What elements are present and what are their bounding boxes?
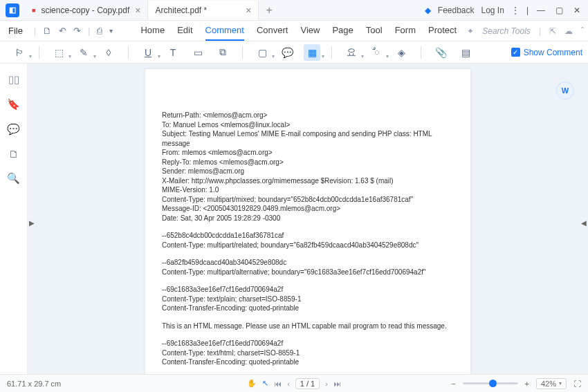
pdf-file-icon: ■ bbox=[32, 7, 35, 14]
comments-panel-icon[interactable]: 💬 bbox=[7, 123, 20, 136]
minimize-button[interactable]: — bbox=[535, 6, 546, 15]
thumbnails-icon[interactable]: ▯▯ bbox=[8, 73, 19, 86]
chevron-up-icon[interactable]: ˆ bbox=[581, 26, 584, 36]
comment-bubble-tool[interactable]: 💬 bbox=[279, 44, 295, 61]
app-logo-icon: ◧ bbox=[6, 3, 19, 17]
show-comment-label: Show Comment bbox=[524, 48, 582, 57]
fit-page-icon[interactable]: ⛶ bbox=[573, 380, 581, 388]
measure-tool[interactable]: ◈ bbox=[393, 44, 410, 61]
collapse-left-icon[interactable]: ▶ bbox=[29, 219, 35, 227]
search-panel-icon[interactable]: 🔍 bbox=[7, 172, 20, 185]
tab-edit[interactable]: Edit bbox=[177, 21, 192, 41]
file-menu[interactable]: File bbox=[4, 26, 27, 36]
page-area[interactable]: ▶ ◀ W Return-Path: <mlemos@acm.org> To: … bbox=[28, 64, 588, 374]
attachment-tool[interactable]: 📎 bbox=[432, 44, 449, 61]
title-bar-right: ◆ Feedback Log In ⋮ | — ▢ ✕ bbox=[425, 6, 588, 15]
collapse-right-icon[interactable]: ◀ bbox=[581, 219, 587, 227]
feedback-link[interactable]: Feedback bbox=[438, 6, 475, 15]
cloud-icon[interactable]: ☁ bbox=[564, 26, 573, 36]
callout-tool[interactable]: ⧉ bbox=[214, 44, 231, 61]
window-controls: — ▢ ✕ bbox=[535, 6, 582, 15]
undo-icon[interactable]: ↶ bbox=[59, 26, 66, 36]
search-tools-input[interactable]: Search Tools bbox=[482, 26, 531, 36]
more-icon[interactable]: ⋮ bbox=[511, 6, 520, 15]
signature-tool[interactable]: ి▾ bbox=[368, 44, 385, 61]
divider: | bbox=[34, 26, 36, 36]
eraser-tool[interactable]: ◊ bbox=[100, 44, 117, 61]
tab-label: Architect.pdf * bbox=[155, 6, 207, 15]
tab-home[interactable]: Home bbox=[140, 21, 165, 41]
left-sidebar: ▯▯ 🔖 💬 🗋 🔍 bbox=[0, 64, 28, 374]
tab-view[interactable]: View bbox=[300, 21, 320, 41]
feedback-icon: ◆ bbox=[425, 6, 431, 15]
export-word-icon[interactable]: W bbox=[556, 82, 574, 100]
comment-toolbar: 🏳▾ ⬚▾ ✎▾ ◊ U▾ T ▭ ⧉ ▢▾ 💬 ▦▾ 요▾ ి▾ ◈ 📎 ▤ … bbox=[0, 41, 588, 64]
zoom-level-select[interactable]: 42% ▾ bbox=[536, 378, 567, 389]
message-text: This is an HTML message. Please use an H… bbox=[162, 321, 454, 331]
show-comment-toggle[interactable]: ✓ Show Comment bbox=[511, 48, 582, 57]
first-page-icon[interactable]: ⏮ bbox=[274, 380, 282, 388]
zoom-slider[interactable] bbox=[463, 382, 518, 384]
shape-tool[interactable]: ▢▾ bbox=[254, 44, 270, 61]
share-icon[interactable]: ⇱ bbox=[549, 26, 556, 36]
attachments-panel-icon[interactable]: 🗋 bbox=[8, 148, 19, 160]
page-sep: / bbox=[306, 380, 309, 388]
zoom-in-button[interactable]: + bbox=[525, 380, 529, 388]
pencil-tool[interactable]: ✎▾ bbox=[75, 44, 92, 61]
bookmarks-icon[interactable]: 🔖 bbox=[7, 98, 20, 111]
tab-tool[interactable]: Tool bbox=[366, 21, 383, 41]
page-total: 1 bbox=[311, 380, 315, 388]
email-headers: Return-Path: <mlemos@acm.org> To: Manuel… bbox=[162, 111, 454, 223]
divider: | bbox=[539, 26, 541, 36]
divider: | bbox=[526, 6, 529, 15]
login-link[interactable]: Log In bbox=[481, 6, 504, 15]
print-icon[interactable]: ⎙ bbox=[97, 26, 102, 36]
document-tab-2[interactable]: Architect.pdf * × bbox=[148, 1, 259, 20]
maximize-button[interactable]: ▢ bbox=[553, 6, 564, 15]
new-tab-button[interactable]: + bbox=[259, 4, 279, 17]
underline-tool[interactable]: U▾ bbox=[140, 44, 156, 61]
tab-page[interactable]: Page bbox=[332, 21, 353, 41]
page-navigation: ✋ ↖ ⏮ ‹ 1 / 1 › ⏭ bbox=[247, 378, 341, 389]
save-icon[interactable]: 🗋 bbox=[43, 26, 52, 36]
close-tab-icon[interactable]: × bbox=[246, 5, 251, 16]
area-highlight-tool[interactable]: ▦▾ bbox=[304, 44, 320, 61]
tab-protect[interactable]: Protect bbox=[428, 21, 457, 41]
menu-bar: File | 🗋 ↶ ↷ | ⎙ ▾ Home Edit Comment Con… bbox=[0, 21, 588, 41]
mime-part-2: --6a82fb459dcaacd40ab3404529e808dc Conte… bbox=[162, 258, 454, 277]
page-current: 1 bbox=[300, 380, 304, 388]
tab-convert[interactable]: Convert bbox=[257, 21, 288, 41]
zoom-value: 42% bbox=[541, 380, 556, 388]
tab-comment[interactable]: Comment bbox=[205, 21, 244, 41]
note-tool[interactable]: 🏳▾ bbox=[11, 44, 28, 61]
prev-page-icon[interactable]: ‹ bbox=[287, 380, 290, 388]
quick-actions: 🗋 ↶ ↷ | ⎙ ▾ bbox=[43, 26, 113, 36]
text-tool[interactable]: T bbox=[165, 44, 181, 61]
hand-tool-icon[interactable]: ✋ bbox=[247, 379, 257, 388]
link-tool[interactable]: ▤ bbox=[457, 44, 474, 61]
document-tab-1[interactable]: ■ science-copy - Copy.pdf × bbox=[25, 1, 148, 20]
status-bar: 61.71 x 29.7 cm ✋ ↖ ⏮ ‹ 1 / 1 › ⏭ − + 42… bbox=[0, 374, 588, 392]
zoom-out-button[interactable]: − bbox=[451, 380, 455, 388]
next-page-icon[interactable]: › bbox=[325, 380, 328, 388]
divider bbox=[39, 46, 39, 59]
select-tool-icon[interactable]: ↖ bbox=[262, 379, 268, 388]
page-dimensions: 61.71 x 29.7 cm bbox=[7, 380, 61, 388]
close-tab-icon[interactable]: × bbox=[135, 5, 140, 16]
divider: | bbox=[88, 26, 90, 36]
textbox-tool[interactable]: ▭ bbox=[190, 44, 206, 61]
tab-form[interactable]: Form bbox=[395, 21, 416, 41]
dropdown-icon[interactable]: ▾ bbox=[109, 27, 113, 35]
mime-part-1: --652b8c4dcb00cdcdda1e16af36781caf Conte… bbox=[162, 231, 454, 250]
title-bar: ◧ ■ science-copy - Copy.pdf × Architect.… bbox=[0, 0, 588, 21]
page-number-input[interactable]: 1 / 1 bbox=[295, 378, 320, 389]
search-magic-icon: ✦ bbox=[467, 26, 474, 36]
zoom-controls: − + 42% ▾ ⛶ bbox=[451, 378, 581, 389]
redo-icon[interactable]: ↷ bbox=[73, 26, 81, 36]
highlight-tool[interactable]: ⬚▾ bbox=[50, 44, 67, 61]
mime-part-3: --69c1683a3ee16ef7cf16edd700694a2f Conte… bbox=[162, 285, 454, 313]
divider bbox=[128, 46, 129, 59]
close-window-button[interactable]: ✕ bbox=[571, 6, 582, 15]
stamp-tool[interactable]: 요▾ bbox=[343, 44, 360, 61]
last-page-icon[interactable]: ⏭ bbox=[333, 380, 341, 388]
